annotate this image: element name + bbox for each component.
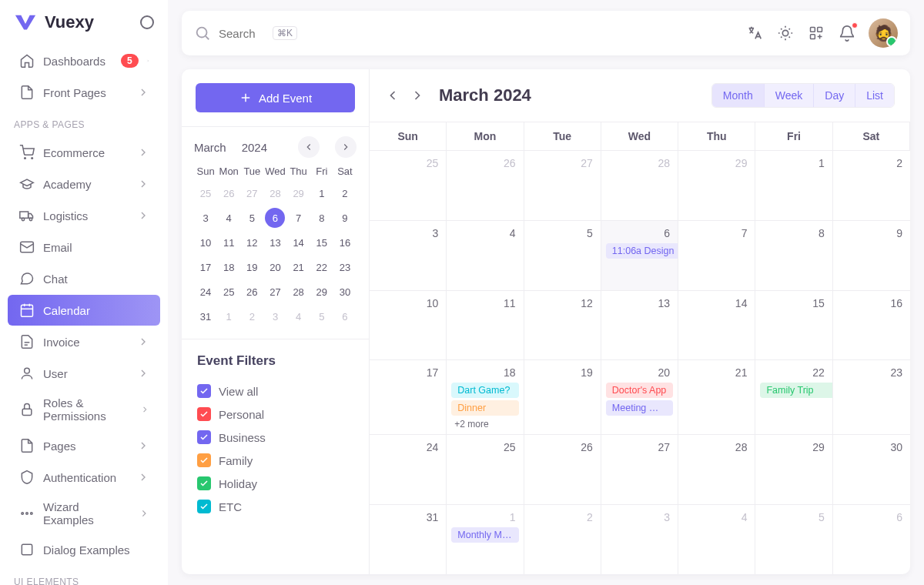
nav-invoice[interactable]: Invoice (8, 326, 160, 357)
mini-day[interactable]: 11 (217, 234, 240, 251)
mini-day[interactable]: 6 (265, 208, 285, 228)
day-cell[interactable]: 28 (601, 151, 678, 220)
mini-day[interactable]: 17 (194, 259, 217, 276)
day-cell[interactable]: 27 (601, 435, 678, 504)
nav-roles-permissions[interactable]: Roles & Permissions (8, 389, 160, 430)
mini-day[interactable]: 6 (333, 308, 357, 325)
day-cell[interactable]: 8 (755, 221, 832, 290)
cal-prev-button[interactable] (385, 88, 400, 103)
mini-day[interactable]: 13 (263, 234, 286, 251)
filter-etc[interactable]: ETC (197, 495, 353, 518)
day-cell[interactable]: 22Family Trip (755, 360, 832, 434)
day-cell[interactable]: 25 (447, 435, 524, 504)
day-cell[interactable]: 6 (833, 505, 910, 574)
view-month[interactable]: Month (712, 84, 765, 107)
mini-day[interactable]: 30 (333, 283, 357, 300)
mini-day[interactable]: 29 (287, 185, 310, 202)
mini-prev-button[interactable] (298, 136, 320, 158)
mini-day[interactable]: 9 (333, 209, 357, 226)
apps-icon[interactable] (807, 24, 825, 42)
mini-day[interactable]: 8 (310, 209, 333, 226)
nav-ecommerce[interactable]: Ecommerce (8, 137, 160, 168)
filter-family[interactable]: Family (197, 449, 353, 472)
mini-day[interactable]: 14 (287, 234, 310, 251)
view-week[interactable]: Week (765, 84, 815, 107)
mini-day[interactable]: 1 (310, 185, 333, 202)
day-cell[interactable]: 4 (447, 221, 524, 290)
nav-dialog-examples[interactable]: Dialog Examples (8, 534, 160, 565)
day-cell[interactable]: 12 (524, 291, 601, 360)
day-cell[interactable]: 5 (524, 221, 601, 290)
search-input[interactable] (219, 27, 265, 40)
mini-day[interactable]: 18 (217, 259, 240, 276)
day-cell[interactable]: 26 (524, 435, 601, 504)
view-list[interactable]: List (855, 84, 894, 107)
mini-day[interactable]: 3 (194, 209, 217, 226)
nav-dashboards[interactable]: Dashboards5 (8, 45, 160, 76)
nav-logistics[interactable]: Logistics (8, 200, 160, 231)
search[interactable]: ⌘K (194, 25, 735, 42)
day-cell[interactable]: 14 (678, 291, 755, 360)
day-cell[interactable]: 1Monthly Mee (447, 505, 524, 574)
day-cell[interactable]: 2 (524, 505, 601, 574)
nav-user[interactable]: User (8, 358, 160, 389)
nav-email[interactable]: Email (8, 232, 160, 262)
day-cell[interactable]: 29 (678, 151, 755, 220)
nav-pages[interactable]: Pages (8, 430, 160, 461)
day-cell[interactable]: 16 (833, 291, 910, 360)
mini-day[interactable]: 5 (310, 308, 333, 325)
day-cell[interactable]: 17 (370, 360, 447, 434)
mini-day[interactable]: 10 (194, 234, 217, 251)
day-cell[interactable]: 23 (833, 360, 910, 434)
cal-next-button[interactable] (410, 88, 425, 103)
day-cell[interactable]: 26 (447, 151, 524, 220)
event-chip[interactable]: Meeting With (606, 400, 673, 416)
language-icon[interactable] (745, 24, 764, 42)
mini-day[interactable]: 28 (263, 185, 286, 202)
nav-front-pages[interactable]: Front Pages (8, 77, 160, 108)
nav-academy[interactable]: Academy (8, 169, 160, 199)
mini-day[interactable]: 27 (263, 283, 286, 300)
day-cell[interactable]: 24 (370, 435, 447, 504)
mini-day[interactable]: 15 (310, 234, 333, 251)
mini-day[interactable]: 12 (240, 234, 263, 251)
event-chip[interactable]: Dinner (451, 400, 518, 416)
event-chip[interactable]: Doctor's App (606, 383, 673, 398)
mini-day[interactable]: 25 (194, 185, 217, 202)
mini-day[interactable]: 20 (263, 259, 286, 276)
nav-chat[interactable]: Chat (8, 263, 160, 294)
day-cell[interactable]: 611:06a Design Review (601, 221, 678, 290)
day-cell[interactable]: 20Doctor's AppMeeting With (601, 360, 678, 434)
mini-day[interactable]: 31 (194, 308, 217, 325)
view-day[interactable]: Day (814, 84, 855, 107)
day-cell[interactable]: 9 (833, 221, 910, 290)
day-cell[interactable]: 28 (678, 435, 755, 504)
day-cell[interactable]: 29 (755, 435, 832, 504)
event-chip[interactable]: Dart Game? (451, 383, 518, 398)
nav-wizard-examples[interactable]: Wizard Examples (8, 493, 160, 533)
filter-business[interactable]: Business (197, 426, 353, 449)
mini-day[interactable]: 27 (240, 185, 263, 202)
mini-day[interactable]: 5 (240, 209, 263, 226)
mini-day[interactable]: 22 (310, 259, 333, 276)
mini-day[interactable]: 2 (333, 185, 357, 202)
more-events-link[interactable]: +2 more (451, 419, 518, 430)
event-chip[interactable]: Monthly Mee (451, 527, 518, 543)
day-cell[interactable]: 27 (524, 151, 601, 220)
event-chip[interactable]: 11:06a Design Review (606, 243, 678, 259)
day-cell[interactable]: 13 (601, 291, 678, 360)
day-cell[interactable]: 31 (370, 505, 447, 574)
nav-authentication[interactable]: Authentication (8, 462, 160, 493)
filter-personal[interactable]: Personal (197, 403, 353, 426)
day-cell[interactable]: 30 (833, 435, 910, 504)
day-cell[interactable]: 18Dart Game?Dinner+2 more (447, 360, 524, 434)
filter-view-all[interactable]: View all (197, 379, 353, 403)
mini-next-button[interactable] (335, 136, 357, 158)
bell-icon[interactable] (838, 24, 856, 42)
day-cell[interactable]: 3 (601, 505, 678, 574)
collapse-toggle-icon[interactable] (140, 15, 154, 29)
day-cell[interactable]: 10 (370, 291, 447, 360)
day-cell[interactable]: 3 (370, 221, 447, 290)
mini-day[interactable]: 29 (310, 283, 333, 300)
nav-calendar[interactable]: Calendar (8, 295, 160, 326)
